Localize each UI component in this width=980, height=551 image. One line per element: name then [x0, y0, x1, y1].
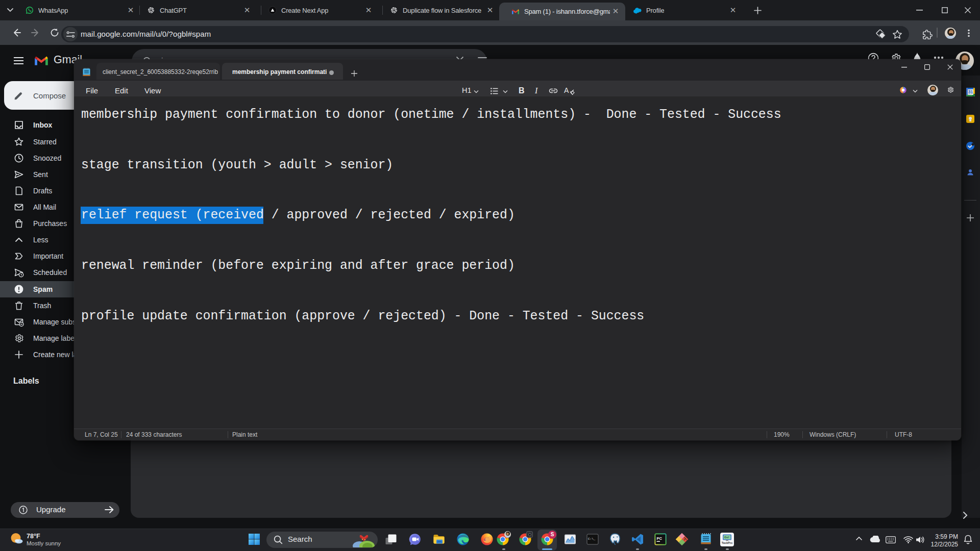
svg-text:Go!: Go! [724, 536, 729, 539]
svg-text:C:\_: C:\_ [588, 537, 596, 541]
svg-text:PC: PC [657, 536, 663, 541]
